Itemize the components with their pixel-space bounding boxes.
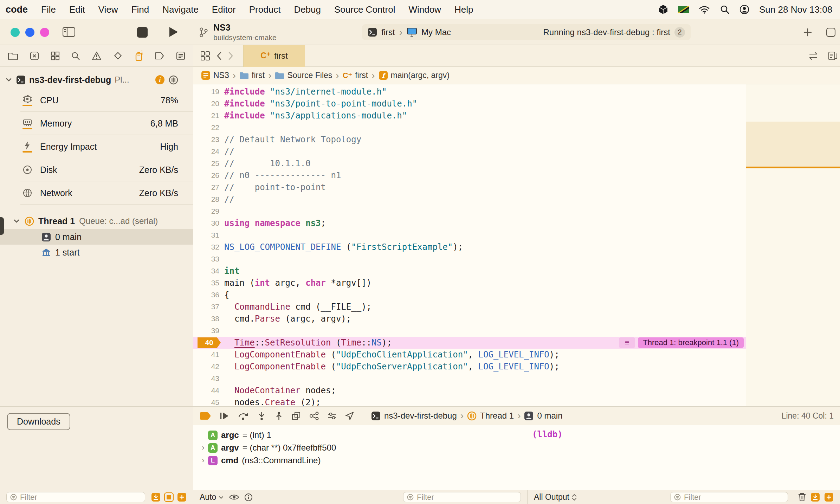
navigator-filter-input[interactable] — [20, 493, 141, 502]
run-button[interactable] — [168, 26, 179, 38]
issue-navigator-icon[interactable] — [92, 51, 102, 60]
line-number[interactable]: 27 — [193, 183, 224, 192]
disclosure-collapsed-icon[interactable]: › — [198, 456, 208, 465]
variables-filter-input[interactable] — [417, 493, 517, 502]
user-account-icon[interactable] — [739, 5, 749, 14]
jumpbar-item-main-argc-argv-[interactable]: fmain(argc, argv) — [379, 71, 450, 80]
menu-find[interactable]: Find — [131, 4, 149, 15]
window-zoom-button[interactable] — [40, 28, 49, 37]
plus-filter-icon[interactable] — [177, 492, 187, 502]
variable-row-argc[interactable]: Aargc= (int) 1 — [193, 429, 527, 441]
swap-editor-icon[interactable] — [808, 52, 819, 60]
jumpbar-item-first[interactable]: C⁺first — [343, 71, 368, 80]
test-navigator-icon[interactable] — [113, 51, 123, 60]
line-number[interactable]: 42 — [193, 362, 224, 371]
find-navigator-icon[interactable] — [71, 51, 80, 60]
toggle-navigator-icon[interactable] — [63, 27, 75, 37]
disclosure-down-icon[interactable] — [13, 217, 20, 225]
tab-overview-icon[interactable] — [826, 27, 836, 37]
info-icon[interactable] — [244, 493, 253, 502]
profile-gauge-icon[interactable] — [169, 75, 178, 85]
line-number[interactable]: 36 — [193, 291, 224, 299]
variable-row-argv[interactable]: ›Aargv= (char **) 0x7ffeefbff500 — [193, 441, 527, 454]
variable-scope-selector[interactable]: Auto — [200, 492, 224, 502]
grid-filter-icon[interactable] — [164, 492, 174, 502]
continue-icon[interactable] — [219, 411, 230, 421]
stop-button[interactable] — [137, 27, 148, 38]
debug-thread-name[interactable]: Thread 1 — [480, 411, 514, 421]
disclosure-collapsed-icon[interactable]: › — [198, 443, 208, 452]
editor-options-icon[interactable] — [828, 51, 838, 60]
breakpoint-menu-icon[interactable]: ≡ — [619, 337, 635, 348]
menu-navigate[interactable]: Navigate — [162, 4, 199, 15]
debug-navigator-icon[interactable] — [134, 51, 143, 61]
window-close-button[interactable] — [11, 28, 20, 37]
line-number[interactable]: 41 — [193, 350, 224, 359]
symbol-navigator-icon[interactable] — [51, 51, 60, 60]
jumpbar-item-ns3[interactable]: NS3 — [201, 71, 229, 80]
line-number[interactable]: 24 — [193, 147, 224, 156]
menu-help[interactable]: Help — [454, 4, 473, 15]
back-chevron-icon[interactable] — [216, 51, 222, 61]
line-number[interactable]: 29 — [193, 207, 224, 215]
line-number[interactable]: 30 — [193, 219, 224, 227]
navigator-filter-field[interactable] — [6, 492, 145, 502]
line-number[interactable]: 21 — [193, 111, 224, 120]
line-number[interactable]: 20 — [193, 99, 224, 108]
disclosure-down-icon[interactable] — [5, 76, 13, 84]
scheme-name[interactable]: NS3 — [213, 22, 277, 33]
project-navigator-icon[interactable] — [8, 51, 18, 60]
line-number[interactable]: 34 — [193, 267, 224, 275]
console-filter-input[interactable] — [684, 493, 784, 502]
menu-edit[interactable]: Edit — [69, 4, 85, 15]
menu-editor[interactable]: Editor — [212, 4, 236, 15]
line-number[interactable]: 44 — [193, 386, 224, 395]
gauge-row-cpu[interactable]: CPU78% — [0, 89, 193, 112]
input-flag-icon[interactable] — [678, 6, 689, 13]
breakpoint-badge[interactable]: 40 — [198, 337, 221, 348]
breakpoint-annotation[interactable]: Thread 1: breakpoint 1.1 (1) — [638, 337, 744, 348]
step-out-icon[interactable] — [274, 411, 284, 421]
gauge-row-energy-impact[interactable]: Energy ImpactHigh — [0, 135, 193, 158]
variables-filter-field[interactable] — [403, 492, 521, 502]
tab-first[interactable]: C⁺ first — [243, 45, 305, 67]
menu-view[interactable]: View — [98, 4, 118, 15]
stack-frame-0-main[interactable]: 0 main — [0, 229, 193, 245]
stack-frame-1-start[interactable]: 1 start — [0, 245, 193, 260]
environment-overrides-icon[interactable] — [327, 411, 337, 421]
line-number[interactable]: 39 — [193, 327, 224, 335]
line-number[interactable]: 45 — [193, 398, 224, 406]
line-number[interactable]: 22 — [193, 123, 224, 132]
simulate-location-icon[interactable] — [345, 411, 354, 421]
jumpbar-item-first[interactable]: first — [239, 71, 265, 80]
menu-clock[interactable]: Sun 28 Nov 13:08 — [759, 4, 834, 15]
line-number[interactable]: 28 — [193, 195, 224, 203]
debug-process-name[interactable]: ns3-dev-first-debug — [384, 411, 457, 421]
process-row[interactable]: ns3-dev-first-debug Pl... i — [0, 71, 193, 89]
gauge-row-network[interactable]: NetworkZero KB/s — [0, 181, 193, 205]
minimap[interactable] — [746, 84, 840, 406]
spotlight-search-icon[interactable] — [720, 5, 730, 14]
memory-graph-icon[interactable] — [309, 411, 319, 421]
line-number[interactable]: 43 — [193, 374, 224, 383]
menu-window[interactable]: Window — [408, 4, 441, 15]
line-number[interactable]: 31 — [193, 231, 224, 239]
menu-product[interactable]: Product — [249, 4, 281, 15]
add-editor-icon[interactable] — [803, 27, 813, 37]
console-accessory-icon-2[interactable] — [824, 492, 834, 502]
menu-file[interactable]: File — [41, 4, 56, 15]
forward-chevron-icon[interactable] — [228, 51, 234, 61]
gauge-row-disk[interactable]: DiskZero KB/s — [0, 158, 193, 181]
line-number[interactable]: 33 — [193, 255, 224, 263]
report-navigator-icon[interactable] — [176, 51, 185, 60]
line-number[interactable]: 25 — [193, 159, 224, 168]
wifi-icon[interactable] — [699, 5, 710, 14]
code-lines[interactable]: 19#include "ns3/internet-module.h"20#inc… — [193, 84, 746, 406]
flag-filter-icon[interactable] — [151, 492, 161, 502]
destination-name[interactable]: My Mac — [421, 27, 451, 37]
downloads-button[interactable]: Downloads — [7, 413, 70, 430]
xcode-cube-icon[interactable] — [658, 4, 668, 15]
window-edge-tab[interactable] — [0, 217, 4, 235]
gauge-row-memory[interactable]: Memory6,8 MB — [0, 112, 193, 135]
step-over-icon[interactable] — [238, 411, 249, 421]
